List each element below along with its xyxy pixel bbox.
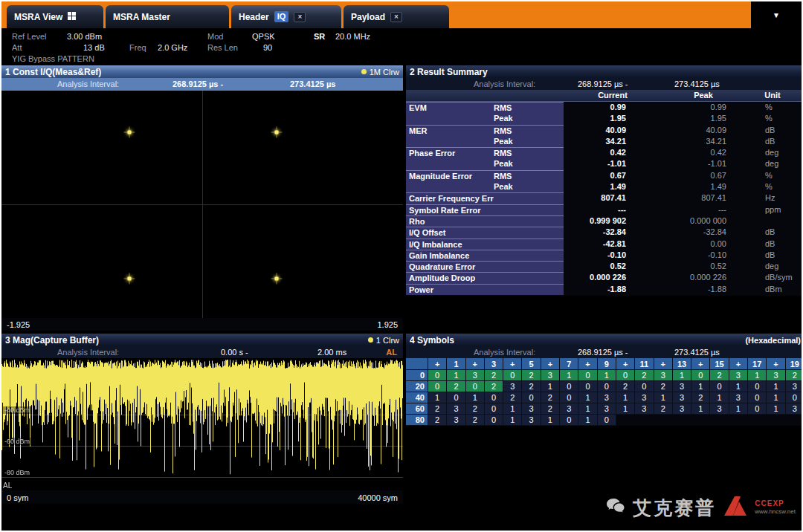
- constellation-point: [274, 276, 278, 280]
- analysis-interval-start: 0.00 s -: [221, 346, 248, 358]
- symbol-cell: 2: [447, 381, 465, 392]
- result-param-name: Symbol Rate Error: [406, 205, 494, 215]
- tab-msra-master[interactable]: MSRA Master: [106, 5, 229, 28]
- symbols-column-header: 9: [598, 358, 616, 370]
- const-window-title: 1 Const I/Q(Meas&Ref): [5, 67, 101, 77]
- symbol-cell: 0: [578, 381, 597, 392]
- symbol-cell: 2: [522, 370, 541, 381]
- symbol-rate-value[interactable]: 20.0 MHz: [335, 32, 370, 42]
- analysis-interval-start: 268.9125 µs -: [578, 78, 628, 90]
- symbol-cell: 3: [522, 403, 541, 415]
- result-unit: deg: [726, 261, 803, 272]
- symbol-cell: 1: [428, 392, 447, 403]
- symbols-column-header: 3: [485, 358, 503, 370]
- symbols-row: 802320131010: [406, 415, 803, 426]
- result-row-label: EVMRMS: [406, 102, 564, 113]
- symbol-cell: 3: [673, 403, 691, 415]
- symbol-cell: 0: [522, 392, 541, 403]
- symbols-column-header: +: [428, 358, 447, 370]
- symbols-column-header: 7: [560, 358, 578, 370]
- mag-window-titlebar[interactable]: 3 Mag(Capture Buffer) 1 Clrw: [1, 334, 403, 346]
- symbol-cell: 2: [654, 381, 673, 392]
- result-param-subtype: Peak: [494, 113, 513, 124]
- symbol-cell: 0: [710, 381, 729, 392]
- symbols-window-titlebar[interactable]: 4 Symbols (Hexadecimal): [406, 334, 803, 346]
- symbol-cell: 1: [447, 370, 465, 381]
- result-param-name: Amplitude Droop: [406, 273, 494, 283]
- analysis-line-marker: AL: [3, 481, 12, 490]
- ref-level-value[interactable]: 3.00 dBm: [67, 32, 102, 42]
- result-row-label: Carrier Frequency Error: [406, 192, 564, 204]
- tab-overflow-dropdown[interactable]: ▼: [751, 1, 802, 28]
- symbol-cell: 3: [522, 415, 541, 426]
- ccexp-label: CCEXP: [755, 499, 796, 507]
- symbol-cell: 2: [541, 403, 560, 415]
- analysis-interval-end: 273.4125 µs: [674, 346, 720, 358]
- symbol-cell: 3: [673, 392, 691, 403]
- symbols-column-header: 17: [748, 358, 767, 370]
- symbol-cell: 2: [485, 370, 503, 381]
- close-icon[interactable]: ×: [294, 12, 306, 22]
- tab-msra-view-label: MSRA View: [14, 12, 62, 22]
- result-row: Phase ErrorRMS0.420.42deg: [406, 147, 803, 158]
- symbols-column-header: +: [616, 358, 635, 370]
- symbols-corner-cell: [406, 358, 428, 370]
- tab-header[interactable]: Header IQ ×: [231, 5, 341, 28]
- symbols-row-start-index: 0: [406, 370, 428, 381]
- result-param-name: [406, 113, 494, 124]
- result-unit: dB: [726, 239, 803, 250]
- analysis-interval-label: Analysis Interval:: [474, 78, 535, 90]
- tab-msra-view[interactable]: MSRA View: [7, 5, 103, 28]
- symbol-cell: 1: [710, 392, 729, 403]
- result-length-value[interactable]: 90: [263, 43, 272, 53]
- symbol-cell: 3: [635, 392, 654, 403]
- result-param-subtype: RMS: [494, 148, 512, 158]
- symbol-cell: 2: [691, 392, 710, 403]
- const-window-titlebar[interactable]: 1 Const I/Q(Meas&Ref) 1M Clrw: [1, 65, 403, 78]
- symbol-rate-label: SR: [314, 32, 325, 42]
- iq-badge: IQ: [274, 11, 289, 22]
- result-peak-value: 40.09: [626, 125, 726, 136]
- result-unit: dB: [726, 227, 803, 238]
- result-row: Carrier Frequency Error807.41807.41Hz: [406, 192, 803, 204]
- analysis-interval-start: 268.9125 µs -: [172, 78, 223, 91]
- tab-payload[interactable]: Payload ×: [344, 5, 449, 28]
- result-window-titlebar[interactable]: 2 Result Summary: [406, 65, 803, 78]
- symbol-cell: 1: [691, 381, 710, 392]
- mod-value[interactable]: QPSK: [252, 32, 275, 42]
- symbol-cell: 1: [748, 370, 767, 381]
- symbol-cell: 2: [503, 392, 522, 403]
- constellation-point: [274, 131, 278, 134]
- att-value[interactable]: 13 dB: [83, 43, 105, 53]
- symbol-cell: 2: [654, 403, 673, 415]
- symbol-cell: 0: [748, 381, 767, 392]
- symbol-cell: 2: [616, 381, 635, 392]
- symbols-column-header: 15: [710, 358, 729, 370]
- symbol-cell: 1: [598, 370, 616, 381]
- symbol-cell: 3: [786, 381, 803, 392]
- close-icon[interactable]: ×: [390, 12, 402, 22]
- constellation-plot[interactable]: [1, 91, 403, 318]
- ref-level-label: Ref Level: [12, 32, 46, 42]
- result-row-label: Peak: [406, 136, 564, 147]
- freq-value[interactable]: 2.0 GHz: [158, 43, 187, 53]
- result-param-name: Carrier Frequency Error: [406, 193, 494, 204]
- symbols-row-start-index: 20: [406, 381, 428, 392]
- symbol-cell: 0: [503, 370, 522, 381]
- result-current-value: 0.67: [564, 170, 626, 181]
- result-summary-window: 2 Result Summary Analysis Interval: 268.…: [406, 65, 803, 296]
- symbol-cell: 2: [466, 403, 485, 415]
- result-current-value: ---: [564, 204, 626, 215]
- symbol-cell: 2: [428, 403, 447, 415]
- watermark-url: www.hncsw.net: [755, 507, 796, 516]
- symbol-cell: 2: [541, 392, 560, 403]
- result-length-label: Res Len: [207, 43, 238, 53]
- result-param-name: Magnitude Error: [406, 171, 494, 181]
- symbol-cell: 0: [560, 381, 578, 392]
- symbols-column-header: 13: [673, 358, 691, 370]
- symbols-column-header: +: [767, 358, 785, 370]
- mag-trace-label: 1 Clrw: [376, 336, 399, 345]
- result-row-label: Gain Imbalance: [406, 250, 564, 261]
- mag-plot[interactable]: -40 dBm -60 dBm -80 dBm AL: [1, 358, 403, 490]
- result-row-label: Peak: [406, 113, 564, 124]
